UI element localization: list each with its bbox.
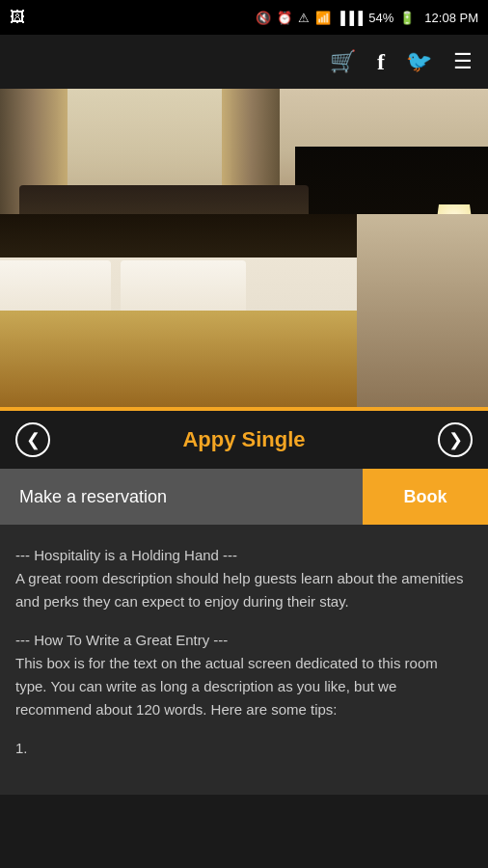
twitter-icon[interactable]: 🐦: [406, 49, 432, 74]
warning-icon: ⚠: [298, 11, 310, 25]
nav-row: ❮ Appy Single ❯: [0, 411, 488, 469]
next-button[interactable]: ❯: [438, 422, 473, 457]
section-2: --- How To Write a Great Entry --- This …: [15, 629, 473, 721]
battery-icon: 🔋: [399, 11, 415, 25]
list-section: 1.: [15, 737, 473, 760]
wifi-icon: 📶: [315, 11, 331, 25]
section-2-title: --- How To Write a Great Entry ---: [15, 629, 473, 652]
section-1: --- Hospitality is a Holding Hand --- A …: [15, 544, 473, 613]
content-area: --- Hospitality is a Holding Hand --- A …: [0, 525, 488, 795]
bed-front-pillow1: [0, 260, 111, 318]
book-label: Book: [404, 487, 447, 507]
book-button[interactable]: Book: [363, 469, 488, 525]
floor: [343, 214, 488, 407]
bed-front-cover: [0, 311, 357, 407]
mute-icon: 🔇: [256, 11, 271, 25]
time-display: 12:08 PM: [424, 11, 478, 25]
cart-icon[interactable]: 🛒: [330, 49, 356, 74]
room-title: Appy Single: [182, 427, 305, 452]
battery-percent: 54%: [368, 11, 393, 25]
top-nav: 🛒 f 🐦 ☰: [0, 35, 488, 89]
section-1-title: --- Hospitality is a Holding Hand ---: [15, 544, 473, 567]
bed-front: [0, 214, 357, 407]
status-bar-right: 🔇 ⏰ ⚠ 📶 ▐▐▐ 54% 🔋 12:08 PM: [256, 11, 478, 25]
hero-image: [0, 89, 488, 407]
menu-icon[interactable]: ☰: [453, 49, 473, 74]
bed-front-pillow2: [121, 260, 246, 318]
next-icon: ❯: [448, 429, 463, 450]
section-1-text: A great room description should help gue…: [15, 567, 473, 613]
reservation-label: Make a reservation: [0, 469, 363, 525]
facebook-icon[interactable]: f: [377, 49, 385, 75]
alarm-icon: ⏰: [277, 11, 292, 25]
status-bar: 🖼 🔇 ⏰ ⚠ 📶 ▐▐▐ 54% 🔋 12:08 PM: [0, 0, 488, 35]
reservation-bar: Make a reservation Book: [0, 469, 488, 525]
list-item-1: 1.: [15, 737, 473, 760]
prev-icon: ❮: [26, 429, 41, 450]
reservation-label-text: Make a reservation: [19, 487, 167, 507]
prev-button[interactable]: ❮: [15, 422, 50, 457]
bed-front-headboard: [0, 214, 357, 262]
status-bar-left: 🖼: [10, 9, 25, 26]
image-icon: 🖼: [10, 9, 25, 26]
signal-icon: ▐▐▐: [337, 11, 364, 25]
section-2-text: This box is for the text on the actual s…: [15, 652, 473, 721]
